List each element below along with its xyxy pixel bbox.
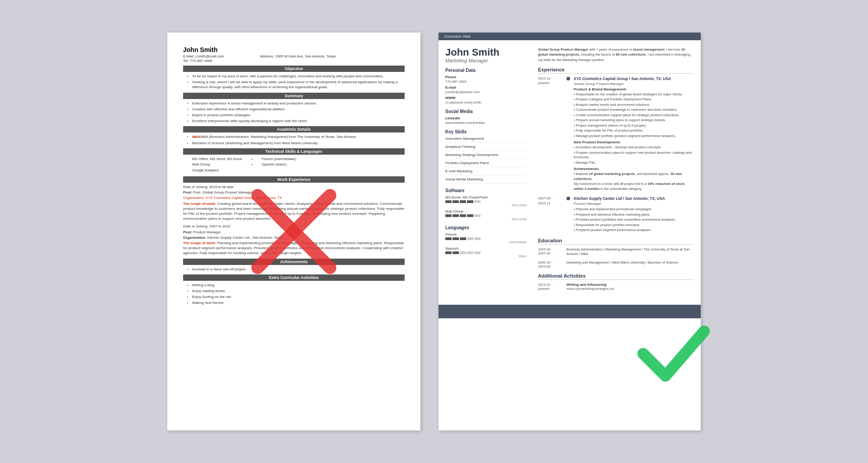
lang-bar-b1 bbox=[445, 251, 452, 254]
personal-data-title: Personal Data bbox=[445, 68, 527, 73]
left-email: E-Mail: j.smith@mail.com Address: 1905 W… bbox=[183, 54, 405, 58]
lang-2: Spanish Basic bbox=[445, 246, 527, 258]
exp1-ach1: I finalized 10 global marketing projects… bbox=[574, 172, 694, 181]
right-name: John Smith bbox=[445, 47, 527, 58]
exp1-ach2: My involvement in a stock sell-off proje… bbox=[574, 182, 694, 191]
exp1-role: Global Group Product Manager bbox=[574, 82, 694, 86]
lang-bar-a1 bbox=[445, 237, 452, 240]
email-value: j.smith@uptowork.com bbox=[445, 90, 527, 94]
left-tel: Tel: 774-987-4009 bbox=[183, 59, 405, 63]
work1-date: Date of Joining: 2010 to till date bbox=[183, 184, 405, 189]
bar-c1 bbox=[445, 214, 452, 217]
exp1-npd-b1: • Innovation development - develop new p… bbox=[574, 145, 694, 150]
exp1-b3: • Analyze market trends and recommend so… bbox=[574, 103, 694, 108]
tech-col-dot: •• bbox=[251, 156, 253, 174]
left-name: John Smith bbox=[183, 46, 405, 53]
objective-header: Objective bbox=[183, 66, 405, 72]
education-title: Education bbox=[538, 238, 694, 245]
lang-bar-b4 bbox=[467, 251, 473, 254]
www-value: cv.uptowork.com/j.smith bbox=[445, 100, 527, 104]
exp2-b2: • Prepared and delivered effective marke… bbox=[574, 213, 694, 217]
social-media-title: Social Media bbox=[445, 109, 527, 114]
exp2-b4: • Responsible for product portfolio fore… bbox=[574, 223, 694, 228]
extra-item-2: Enjoy reading books. bbox=[192, 288, 405, 293]
achievement-item-1: Involved in a stock sell-off project. bbox=[192, 267, 405, 272]
exp1-b4: • Communicate product knowledge to custo… bbox=[574, 108, 694, 113]
software-2-bar bbox=[445, 214, 527, 217]
exp1-section2-label: New Product Development: bbox=[574, 140, 694, 144]
exp1-date: 2010-12 - present bbox=[538, 76, 563, 192]
lang-1: French Intermediate bbox=[445, 232, 527, 244]
bar-c3 bbox=[460, 214, 466, 217]
lang-bar-a5 bbox=[474, 237, 481, 240]
objective-item-2: Seeking a role, where I will be able to … bbox=[192, 80, 405, 90]
bar-b3 bbox=[460, 200, 466, 203]
summary-item-3: Expert in product portfolio strategies. bbox=[192, 113, 405, 118]
add1-date: 2012-01 - present bbox=[538, 283, 563, 291]
additional-title: Additional Activities bbox=[538, 273, 694, 280]
lang-bar-b2 bbox=[453, 251, 459, 254]
bar-b5 bbox=[474, 200, 481, 203]
software-1: MS Excel, MS PowerPoint Very Good bbox=[445, 195, 527, 207]
exp2-org: Kitchen Supply Center Ltd / San Antonio,… bbox=[574, 196, 694, 201]
bar-b1 bbox=[445, 200, 452, 203]
exp-entry-1: 2010-12 - present XYZ Cosmetics Capital … bbox=[538, 76, 694, 192]
work2-post: Post: Product Manager bbox=[183, 230, 405, 235]
skill-4: Portfolio Deployment Plans bbox=[445, 161, 527, 167]
work1-scope: The scope of work: Creating global brand… bbox=[183, 201, 405, 222]
work2-org: Organization: Kitchen Supply Center Ltd.… bbox=[183, 235, 405, 240]
lang-bar-a2 bbox=[453, 237, 459, 240]
exp1-b8: • Fully responsible for P&L of product p… bbox=[574, 128, 694, 133]
academic-item-1: MBAMBA (Business Administration, Marketi… bbox=[192, 134, 405, 139]
right-resume: Curriculum Vitae John Smith Marketing Ma… bbox=[439, 33, 701, 430]
www-label: WWW bbox=[445, 96, 527, 100]
summary-header: Summary bbox=[183, 93, 405, 99]
exp1-b2: • Prepare Category and Portfolio Deploym… bbox=[574, 97, 694, 102]
right-title: Marketing Manager bbox=[445, 58, 527, 63]
exp1-content: XYZ Cosmetics Capital Group / San Antoni… bbox=[574, 76, 694, 192]
software-1-label: Very Good bbox=[445, 203, 527, 207]
objective-item-1: To be an expert in my area of work, with… bbox=[192, 74, 405, 79]
software-title: Software bbox=[445, 188, 527, 193]
lang-2-bar bbox=[445, 251, 527, 254]
lang-1-bar bbox=[445, 237, 527, 240]
exp-entry-2: 2007-09 - 2010-11 Kitchen Supply Center … bbox=[538, 196, 694, 233]
skill-6: Social Media Marketing bbox=[445, 177, 527, 184]
edu2-date: 2000-10 - 2004-05 bbox=[538, 260, 563, 269]
exp2-date: 2007-09 - 2010-11 bbox=[538, 196, 563, 233]
exp1-section1-label: Product & Brand Management: bbox=[574, 87, 694, 91]
summary-item-4: Excellent interpersonal skills quickly d… bbox=[192, 118, 405, 123]
summary-item-2: Creative with effective and efficient or… bbox=[192, 107, 405, 112]
lang-1-label: Intermediate bbox=[445, 241, 527, 244]
lang-bar-a3 bbox=[460, 237, 466, 240]
exp2-b5: • Prepared product segment performance a… bbox=[574, 228, 694, 233]
exp2-b3: • Provided product portfolios and compet… bbox=[574, 217, 694, 222]
exp2-b1: • Planned and implemented promotional ca… bbox=[574, 207, 694, 212]
bar-b4 bbox=[467, 200, 473, 203]
extra-item-4: Making new friends. bbox=[192, 300, 405, 305]
edu1-date: 2005-09 - 2007-05 bbox=[538, 247, 563, 257]
exp1-npd-b3: • Manage P&L. bbox=[574, 161, 694, 165]
bar-c2 bbox=[453, 214, 459, 217]
bottom-bar bbox=[439, 305, 701, 318]
key-skills-title: Key Skills bbox=[445, 129, 527, 134]
lang-bar-b5 bbox=[474, 251, 481, 254]
extra-item-3: Enjoy Surfing on the net. bbox=[192, 294, 405, 299]
summary-item-1: Extensive experience in brand management… bbox=[192, 101, 405, 106]
left-resume: John Smith E-Mail: j.smith@mail.com Addr… bbox=[167, 33, 420, 430]
edu-entry-2: 2000-10 - 2004-05 Marketing and Manageme… bbox=[538, 260, 694, 269]
software-1-bar bbox=[445, 200, 527, 203]
work2-date: Date of Joining: 2007 to 2010 bbox=[183, 224, 405, 229]
linkedin-value: www.linkedin.com/johnbtw bbox=[445, 121, 527, 125]
lang-bar-a4 bbox=[467, 237, 473, 240]
extra-list: Writing a blog. Enjoy reading books. Enj… bbox=[192, 283, 405, 306]
exp1-b9: • Manage product portfolio (product segm… bbox=[574, 134, 694, 139]
experience-title: Experience bbox=[538, 67, 694, 74]
tech-col-left: MS Office: MS Word, MS Excel Mail Chimp … bbox=[192, 156, 242, 174]
languages-title: Languages bbox=[445, 225, 527, 230]
exp1-section3-label: Achievements: bbox=[574, 167, 694, 171]
achievements-list: Involved in a stock sell-off project. bbox=[192, 267, 405, 272]
exp1-dot bbox=[566, 76, 570, 192]
exp1-org: XYZ Cosmetics Capital Group / San Antoni… bbox=[574, 76, 694, 81]
skill-1: Innovation Management bbox=[445, 137, 527, 143]
